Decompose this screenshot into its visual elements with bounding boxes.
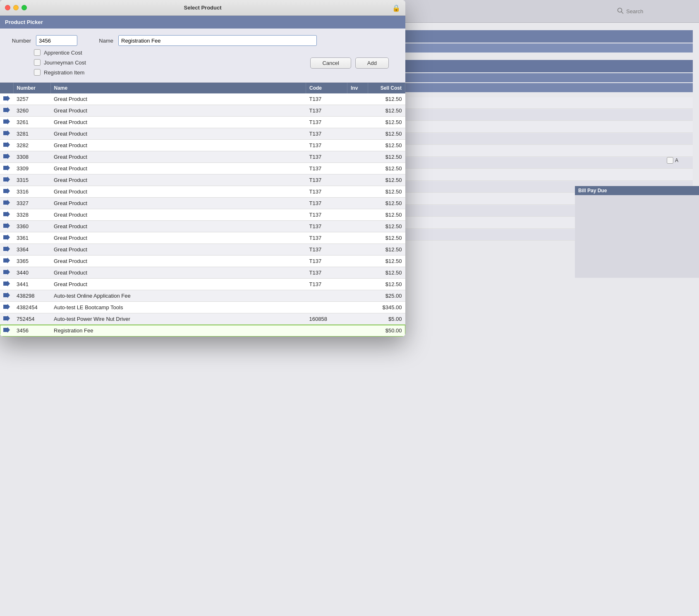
svg-marker-20 <box>3 304 10 310</box>
background-search-input[interactable] <box>626 8 692 14</box>
table-row[interactable]: 3282Great ProductT137$12.50 <box>0 140 405 151</box>
row-inv <box>347 267 368 279</box>
table-row[interactable]: 3260Great ProductT137$12.50 <box>0 105 405 117</box>
table-row[interactable]: 3364Great ProductT137$12.50 <box>0 244 405 255</box>
col-header-number: Number <box>13 83 50 93</box>
row-inv <box>347 117 368 128</box>
row-sell-cost: $12.50 <box>368 186 405 198</box>
row-inv <box>347 255 368 267</box>
row-name: Great Product <box>50 209 306 221</box>
table-row[interactable]: 3327Great ProductT137$12.50 <box>0 198 405 209</box>
table-row[interactable]: 3361Great ProductT137$12.50 <box>0 232 405 244</box>
table-row[interactable]: 4382454Auto-test LE Bootcamp Tools$345.0… <box>0 302 405 313</box>
row-code <box>306 325 347 337</box>
row-name: Great Product <box>50 140 306 151</box>
close-button[interactable] <box>5 5 10 10</box>
apprentice-checkbox-row: Apprentice Cost <box>34 49 86 56</box>
col-header-inv: Inv <box>347 83 368 93</box>
col-header-sell-cost: Sell Cost <box>368 83 405 93</box>
row-arrow-icon <box>0 221 13 232</box>
minimize-button[interactable] <box>13 5 19 10</box>
row-inv <box>347 186 368 198</box>
row-arrow-icon <box>0 325 13 337</box>
row-sell-cost: $12.50 <box>368 140 405 151</box>
row-number: 3315 <box>13 174 50 186</box>
add-button[interactable]: Add <box>355 57 389 69</box>
row-name: Great Product <box>50 255 306 267</box>
product-table-container[interactable]: Number Name Code Inv Sell Cost 3257Great… <box>0 83 405 337</box>
col-header-arrow <box>0 83 13 93</box>
row-sell-cost: $12.50 <box>368 93 405 105</box>
row-code: T137 <box>306 163 347 174</box>
checkbox-group: Apprentice Cost Journeyman Cost Registra… <box>34 49 86 76</box>
row-name: Great Product <box>50 279 306 290</box>
table-row[interactable]: 3441Great ProductT137$12.50 <box>0 279 405 290</box>
row-name: Great Product <box>50 151 306 163</box>
svg-marker-22 <box>3 327 10 333</box>
cancel-button[interactable]: Cancel <box>310 57 351 69</box>
row-number: 4382454 <box>13 302 50 313</box>
registration-item-checkbox[interactable] <box>34 69 41 76</box>
svg-marker-4 <box>3 119 10 124</box>
name-input[interactable] <box>118 35 317 46</box>
table-row[interactable]: 752454Auto-test Power Wire Nut Driver160… <box>0 313 405 325</box>
row-number: 3309 <box>13 163 50 174</box>
svg-marker-14 <box>3 234 10 240</box>
row-number: 3441 <box>13 279 50 290</box>
background-checkbox[interactable] <box>667 157 673 164</box>
table-row[interactable]: 438298Auto-test Online Application Fee$2… <box>0 290 405 302</box>
row-inv <box>347 198 368 209</box>
row-sell-cost: $12.50 <box>368 128 405 140</box>
registration-item-label: Registration Item <box>44 69 84 76</box>
row-inv <box>347 302 368 313</box>
table-row[interactable]: 3309Great ProductT137$12.50 <box>0 163 405 174</box>
row-number: 3361 <box>13 232 50 244</box>
table-row[interactable]: 3365Great ProductT137$12.50 <box>0 255 405 267</box>
row-code: T137 <box>306 221 347 232</box>
table-row[interactable]: 3360Great ProductT137$12.50 <box>0 221 405 232</box>
row-name: Great Product <box>50 221 306 232</box>
row-name: Great Product <box>50 93 306 105</box>
row-sell-cost: $12.50 <box>368 163 405 174</box>
row-arrow-icon <box>0 313 13 325</box>
table-row[interactable]: 3440Great ProductT137$12.50 <box>0 267 405 279</box>
row-arrow-icon <box>0 255 13 267</box>
search-area <box>617 7 692 15</box>
svg-marker-21 <box>3 315 10 321</box>
table-row[interactable]: 3281Great ProductT137$12.50 <box>0 128 405 140</box>
row-number: 3365 <box>13 255 50 267</box>
product-table: Number Name Code Inv Sell Cost 3257Great… <box>0 83 405 337</box>
row-number: 3328 <box>13 209 50 221</box>
number-input[interactable] <box>36 35 77 46</box>
row-name: Auto-test Power Wire Nut Driver <box>50 313 306 325</box>
table-row[interactable]: 3315Great ProductT137$12.50 <box>0 174 405 186</box>
row-sell-cost: $12.50 <box>368 232 405 244</box>
svg-marker-7 <box>3 153 10 159</box>
apprentice-cost-checkbox[interactable] <box>34 49 41 56</box>
journeyman-cost-checkbox[interactable] <box>34 59 41 66</box>
row-sell-cost: $12.50 <box>368 279 405 290</box>
maximize-button[interactable] <box>22 5 27 10</box>
row-arrow-icon <box>0 117 13 128</box>
row-inv <box>347 209 368 221</box>
svg-marker-8 <box>3 165 10 171</box>
row-sell-cost: $50.00 <box>368 325 405 337</box>
table-header: Number Name Code Inv Sell Cost <box>0 83 405 93</box>
window-titlebar: Select Product 🔒 <box>0 0 405 16</box>
row-inv <box>347 151 368 163</box>
row-number: 3360 <box>13 221 50 232</box>
svg-marker-16 <box>3 258 10 263</box>
table-row[interactable]: 3456Registration Fee$50.00 <box>0 325 405 337</box>
table-row[interactable]: 3308Great ProductT137$12.50 <box>0 151 405 163</box>
row-arrow-icon <box>0 290 13 302</box>
row-inv <box>347 93 368 105</box>
row-name: Great Product <box>50 267 306 279</box>
table-row[interactable]: 3261Great ProductT137$12.50 <box>0 117 405 128</box>
row-inv <box>347 174 368 186</box>
table-row[interactable]: 3328Great ProductT137$12.50 <box>0 209 405 221</box>
row-sell-cost: $12.50 <box>368 244 405 255</box>
table-row[interactable]: 3257Great ProductT137$12.50 <box>0 93 405 105</box>
table-row[interactable]: 3316Great ProductT137$12.50 <box>0 186 405 198</box>
svg-marker-2 <box>3 96 10 101</box>
row-name: Great Product <box>50 186 306 198</box>
